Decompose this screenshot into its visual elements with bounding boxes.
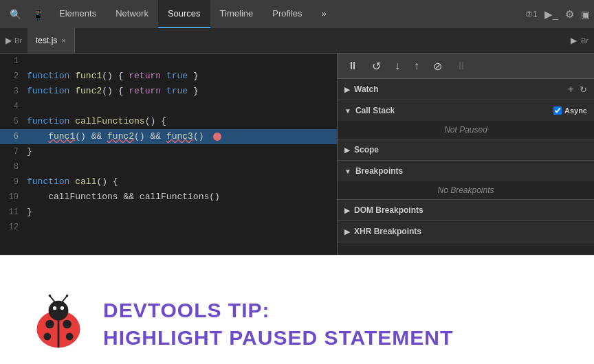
main-content: 1 2 function func1() { return true } 3 f… [0, 54, 594, 255]
call-stack-label: Call Stack [355, 106, 395, 115]
run-icon[interactable]: ▶ [571, 36, 577, 45]
code-line-9: 9 function call() { [0, 174, 337, 190]
tab-network[interactable]: Network [106, 0, 158, 28]
breakpoints-body: No Breakpoints [338, 181, 594, 199]
tab-sources[interactable]: Sources [158, 0, 210, 28]
scope-arrow-icon: ▶ [344, 146, 350, 154]
tip-title: Highlight Paused Statement [103, 326, 453, 350]
file-tab-testjs[interactable]: test.js × [28, 28, 75, 53]
xhr-breakpoints-label: XHR Breakpoints [354, 227, 421, 236]
svg-point-10 [49, 294, 52, 297]
code-line-7: 7 } [0, 144, 337, 159]
code-line-3: 3 function func2() { return true } [0, 84, 337, 99]
deactivate-button[interactable]: ⊘ [430, 58, 445, 74]
tab-timeline[interactable]: Timeline [210, 0, 263, 28]
code-line-11: 11 } [0, 205, 337, 220]
terminal-icon[interactable]: ▶_ [544, 8, 558, 21]
svg-point-8 [60, 306, 64, 309]
play-icon[interactable]: ▶ [6, 36, 12, 45]
tab-elements[interactable]: Elements [50, 0, 106, 28]
scope-label: Scope [354, 145, 379, 155]
watch-arrow-icon: ▶ [344, 86, 350, 93]
xhr-breakpoints-arrow-icon: ▶ [344, 228, 350, 236]
async-checkbox[interactable] [553, 106, 562, 115]
tip-text: DevTools Tip: Highlight Paused Statement [103, 298, 453, 350]
file-controls: ▶ Br [0, 36, 28, 45]
breakpoints-panel: ▼ Breakpoints No Breakpoints [338, 161, 594, 200]
file-tabbar: ▶ Br test.js × ▶ Br [0, 28, 594, 54]
xhr-breakpoints-panel: ▶ XHR Breakpoints [338, 221, 594, 242]
settings-icon[interactable]: ⚙ [565, 8, 574, 21]
right-panel: ⏸ ↺ ↓ ↑ ⊘ ⏸ ▶ Watch + ↻ ▼ Call Stack [337, 54, 594, 255]
code-line-5: 5 function callFunctions() { [0, 114, 337, 129]
call-stack-panel: ▼ Call Stack Async Not Paused [338, 100, 594, 139]
watch-refresh-button[interactable]: ↻ [580, 84, 587, 95]
dock-icon[interactable]: ▣ [581, 9, 590, 20]
file-tab-right: ▶ Br [571, 36, 594, 45]
devtools-toolbar: 🔍 📱 Elements Network Sources Timeline Pr… [0, 0, 594, 28]
scope-panel: ▶ Scope [338, 139, 594, 161]
xhr-breakpoints-header[interactable]: ▶ XHR Breakpoints [338, 221, 594, 242]
tip-section: DevTools Tip: Highlight Paused Statement [0, 255, 594, 364]
breakpoints-header[interactable]: ▼ Breakpoints [338, 161, 594, 181]
breakpoints-arrow-icon: ▼ [344, 168, 351, 175]
dom-breakpoints-header[interactable]: ▶ DOM Breakpoints [338, 200, 594, 220]
scope-header[interactable]: ▶ Scope [338, 139, 594, 160]
pause-exception-button[interactable]: ⏸ [453, 58, 470, 73]
svg-point-4 [43, 332, 51, 340]
dom-breakpoints-label: DOM Breakpoints [354, 205, 424, 215]
code-line-2: 2 function func1() { return true } [0, 69, 337, 84]
async-checkbox-label[interactable]: Async [553, 106, 587, 115]
pause-button[interactable]: ⏸ [344, 58, 361, 73]
watch-add-button[interactable]: + [568, 83, 574, 95]
async-label: Async [564, 106, 587, 115]
close-icon[interactable]: × [61, 36, 65, 45]
svg-point-12 [66, 294, 69, 297]
debug-toolbar: ⏸ ↺ ↓ ↑ ⊘ ⏸ [338, 54, 594, 79]
tip-label: DevTools Tip: [103, 298, 453, 323]
step-into-button[interactable]: ↓ [392, 58, 403, 73]
code-editor[interactable]: 1 2 function func1() { return true } 3 f… [0, 54, 337, 255]
code-line-6: 6 func1() && func2() && func3() [0, 129, 337, 144]
ladybug-icon [28, 293, 89, 355]
code-line-12: 12 [0, 220, 337, 235]
br-icon: Br [581, 36, 588, 45]
tab-profiles[interactable]: Profiles [263, 0, 311, 28]
file-tab-name: test.js [36, 36, 57, 45]
code-line-8: 8 [0, 159, 337, 174]
code-line-10: 10 callFunctions && callFunctions() [0, 190, 337, 205]
dom-breakpoints-panel: ▶ DOM Breakpoints [338, 200, 594, 221]
watch-panel: ▶ Watch + ↻ [338, 79, 594, 100]
code-line-1: 1 [0, 54, 337, 69]
svg-point-5 [63, 319, 72, 328]
watch-label: Watch [354, 84, 379, 94]
br-label: Br [14, 36, 22, 45]
svg-point-7 [53, 306, 56, 309]
watch-header[interactable]: ▶ Watch + ↻ [338, 79, 594, 100]
breakpoints-label: Breakpoints [355, 166, 403, 176]
search-icon[interactable]: 🔍 [4, 9, 27, 20]
toolbar-right: ⑦1 ▶_ ⚙ ▣ [525, 8, 590, 21]
svg-point-3 [45, 319, 54, 328]
step-out-button[interactable]: ↑ [411, 58, 422, 73]
call-stack-arrow-icon: ▼ [344, 107, 351, 115]
mobile-icon[interactable]: 📱 [27, 9, 50, 20]
dom-breakpoints-arrow-icon: ▶ [344, 207, 350, 214]
step-over-button[interactable]: ↺ [369, 58, 384, 74]
call-stack-body: Not Paused [338, 121, 594, 139]
call-stack-header[interactable]: ▼ Call Stack Async [338, 100, 594, 121]
svg-point-6 [66, 332, 74, 340]
counter-badge: ⑦1 [525, 10, 538, 19]
code-line-4: 4 [0, 99, 337, 114]
tab-more[interactable]: » [312, 0, 336, 28]
